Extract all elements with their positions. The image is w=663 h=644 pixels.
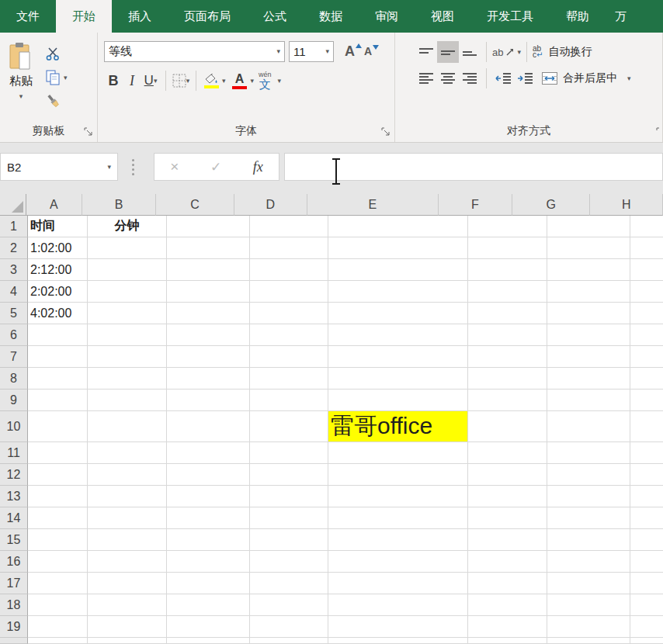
- next-group-dialog-launcher-clipped[interactable]: [656, 127, 663, 137]
- tab-page-layout[interactable]: 页面布局: [168, 0, 247, 33]
- row-header-3[interactable]: 3: [0, 259, 28, 281]
- row-header-14[interactable]: 14: [0, 507, 28, 529]
- cell-H16[interactable]: [630, 551, 663, 573]
- font-size-combobox[interactable]: 11 ▾: [289, 41, 334, 62]
- cell-B6[interactable]: [88, 324, 167, 346]
- enter-button[interactable]: ✓: [210, 159, 221, 175]
- cell-F13[interactable]: [468, 486, 547, 507]
- cell-G7[interactable]: [547, 346, 630, 368]
- cell-H8[interactable]: [630, 368, 663, 390]
- tab-view[interactable]: 视图: [415, 0, 470, 33]
- cell-D7[interactable]: [250, 346, 328, 368]
- font-dialog-launcher[interactable]: [381, 127, 391, 137]
- cell-H14[interactable]: [630, 507, 663, 529]
- cell-A2[interactable]: 1:02:00: [28, 237, 88, 259]
- cell-B11[interactable]: [88, 442, 167, 464]
- insert-function-button[interactable]: fx: [253, 159, 263, 175]
- row-header-9[interactable]: 9: [0, 390, 28, 411]
- cell-C3[interactable]: [167, 259, 250, 281]
- cell-F12[interactable]: [468, 464, 547, 486]
- cell-B12[interactable]: [88, 464, 167, 486]
- row-header-2[interactable]: 2: [0, 237, 28, 259]
- cell-G19[interactable]: [547, 616, 630, 638]
- cell-C18[interactable]: [167, 594, 250, 616]
- cell-H15[interactable]: [630, 529, 663, 551]
- font-color-button[interactable]: A: [231, 70, 249, 92]
- cell-F7[interactable]: [468, 346, 547, 368]
- cell-B8[interactable]: [88, 368, 167, 390]
- name-box[interactable]: B2 ▾: [0, 153, 118, 181]
- cell-H2[interactable]: [630, 237, 663, 259]
- cell-A1[interactable]: 时间: [28, 216, 88, 237]
- wrap-text-button[interactable]: ab c↵ 自动换行: [533, 41, 592, 63]
- cell-G9[interactable]: [547, 390, 630, 411]
- cell-F15[interactable]: [468, 529, 547, 551]
- cell-C8[interactable]: [167, 368, 250, 390]
- cell-H3[interactable]: [630, 259, 663, 281]
- cell-E12[interactable]: [328, 464, 468, 486]
- cell-G17[interactable]: [547, 573, 630, 594]
- cell-B14[interactable]: [88, 507, 167, 529]
- cell-H17[interactable]: [630, 573, 663, 594]
- cell-D18[interactable]: [250, 594, 328, 616]
- italic-button[interactable]: I: [123, 70, 141, 92]
- cell-D6[interactable]: [250, 324, 328, 346]
- cell-E19[interactable]: [328, 616, 468, 638]
- phonetic-caret[interactable]: ▾: [278, 78, 282, 85]
- cell-B3[interactable]: [88, 259, 167, 281]
- cell-H11[interactable]: [630, 442, 663, 464]
- cell-A12[interactable]: [28, 464, 88, 486]
- cell-C1[interactable]: [167, 216, 250, 237]
- tab-data[interactable]: 数据: [303, 0, 359, 33]
- cell-E13[interactable]: [328, 486, 468, 507]
- cell-A11[interactable]: [28, 442, 88, 464]
- tab-help[interactable]: 帮助: [550, 0, 606, 33]
- cell-A13[interactable]: [28, 486, 88, 507]
- cell-A20[interactable]: [28, 638, 88, 644]
- font-name-combobox[interactable]: 等线 ▾: [104, 41, 285, 62]
- copy-dropdown-caret[interactable]: ▾: [64, 74, 68, 81]
- increase-indent-button[interactable]: [514, 68, 536, 89]
- formula-input[interactable]: [284, 153, 663, 181]
- cell-B15[interactable]: [88, 529, 167, 551]
- cell-D5[interactable]: [250, 303, 328, 324]
- align-center-button[interactable]: [437, 68, 459, 89]
- cell-C10[interactable]: [167, 411, 250, 442]
- cell-B5[interactable]: [88, 303, 167, 324]
- orientation-caret[interactable]: ▾: [517, 49, 521, 56]
- cell-F17[interactable]: [468, 573, 547, 594]
- cell-D2[interactable]: [250, 237, 328, 259]
- cell-G4[interactable]: [547, 281, 630, 303]
- cell-H19[interactable]: [630, 616, 663, 638]
- cell-F4[interactable]: [468, 281, 547, 303]
- fill-color-caret[interactable]: ▾: [222, 78, 226, 85]
- row-header-6[interactable]: 6: [0, 324, 28, 346]
- cell-D13[interactable]: [250, 486, 328, 507]
- merge-center-button[interactable]: 合并后居中 ▾: [542, 68, 631, 89]
- cell-E17[interactable]: [328, 573, 468, 594]
- cancel-button[interactable]: ×: [170, 158, 179, 175]
- cell-C12[interactable]: [167, 464, 250, 486]
- cell-F8[interactable]: [468, 368, 547, 390]
- tab-developer[interactable]: 开发工具: [470, 0, 550, 33]
- cell-F20[interactable]: [468, 638, 547, 644]
- cell-G6[interactable]: [547, 324, 630, 346]
- cell-D16[interactable]: [250, 551, 328, 573]
- tab-review[interactable]: 审阅: [359, 0, 415, 33]
- cell-C2[interactable]: [167, 237, 250, 259]
- select-all-corner[interactable]: [0, 194, 26, 216]
- row-header-11[interactable]: 11: [0, 442, 28, 464]
- cell-E16[interactable]: [328, 551, 468, 573]
- format-painter-button[interactable]: [45, 92, 68, 112]
- cell-A4[interactable]: 2:02:00: [28, 281, 88, 303]
- tab-formulas[interactable]: 公式: [247, 0, 303, 33]
- cell-G5[interactable]: [547, 303, 630, 324]
- cell-H10[interactable]: [630, 411, 663, 442]
- row-header-12[interactable]: 12: [0, 464, 28, 486]
- cell-D15[interactable]: [250, 529, 328, 551]
- cell-H5[interactable]: [630, 303, 663, 324]
- cell-F11[interactable]: [468, 442, 547, 464]
- cell-G3[interactable]: [547, 259, 630, 281]
- decrease-indent-button[interactable]: [492, 68, 514, 89]
- cell-A15[interactable]: [28, 529, 88, 551]
